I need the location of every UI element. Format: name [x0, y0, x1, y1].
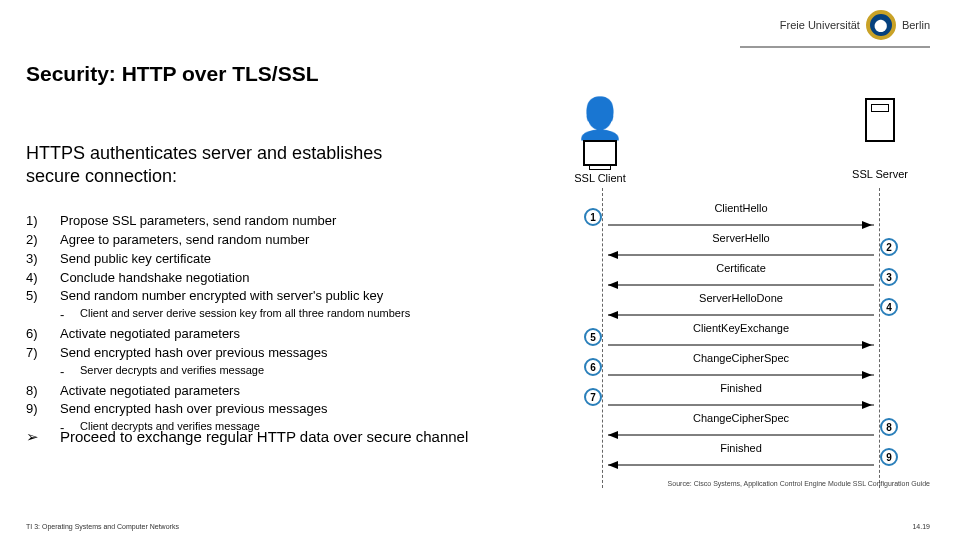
server-lifeline [879, 188, 880, 488]
step-text: Conclude handshake negotiation [60, 269, 249, 288]
step-number: 2) [26, 231, 60, 250]
computer-icon [583, 140, 617, 166]
svg-marker-15 [608, 431, 618, 439]
step-circle: 3 [880, 268, 898, 286]
msg-9: Finished [608, 456, 874, 474]
svg-marker-5 [608, 281, 618, 289]
msg-label: Certificate [712, 262, 770, 274]
step-circle: 8 [880, 418, 898, 436]
svg-marker-7 [608, 311, 618, 319]
msg-label: ServerHelloDone [695, 292, 787, 304]
step-text: Send encrypted hash over previous messag… [60, 400, 327, 419]
step-text: Propose SSL parameters, send random numb… [60, 212, 336, 231]
step-number: 9) [26, 400, 60, 419]
page-title: Security: HTTP over TLS/SSL [26, 62, 319, 86]
svg-marker-3 [608, 251, 618, 259]
arrow-left-icon [608, 456, 874, 474]
uni-name-city: Berlin [902, 19, 930, 31]
step-circle: 2 [880, 238, 898, 256]
step-circle: 4 [880, 298, 898, 316]
server-icon [865, 98, 895, 142]
step-number: 4) [26, 269, 60, 288]
msg-label: ClientKeyExchange [689, 322, 793, 334]
source-citation: Source: Cisco Systems, Application Contr… [668, 480, 930, 487]
step-number: 7) [26, 344, 60, 363]
svg-marker-11 [862, 371, 872, 379]
step-number: 3) [26, 250, 60, 269]
step-number: 5) [26, 287, 60, 306]
steps-list: 1)Propose SSL parameters, send random nu… [26, 212, 496, 438]
step-number: 8) [26, 382, 60, 401]
handshake-diagram: 👤 SSL Client SSL Server ClientHello 1 Se… [520, 98, 940, 498]
step-text: Send public key certificate [60, 250, 211, 269]
footer-page-number: 14.19 [912, 523, 930, 530]
step-circle: 9 [880, 448, 898, 466]
svg-marker-13 [862, 401, 872, 409]
msg-label: ServerHello [708, 232, 773, 244]
substep-text: Client and server derive session key fro… [80, 306, 410, 325]
substep-text: Server decrypts and verifies message [80, 363, 264, 382]
step-circle: 1 [584, 208, 602, 226]
subheading: HTTPS authenticates server and establish… [26, 142, 426, 189]
sub-dash: - [60, 363, 80, 382]
step-circle: 5 [584, 328, 602, 346]
client-lifeline [602, 188, 603, 488]
step-text: Agree to parameters, send random number [60, 231, 309, 250]
step-number: 6) [26, 325, 60, 344]
step-text: Activate negotiated parameters [60, 382, 240, 401]
logo-underline [740, 46, 930, 48]
msg-label: Finished [716, 382, 766, 394]
client-figure: 👤 SSL Client [560, 98, 640, 184]
step-circle: 6 [584, 358, 602, 376]
step-text: Send random number encrypted with server… [60, 287, 383, 306]
sub-dash: - [60, 306, 80, 325]
msg-label: Finished [716, 442, 766, 454]
client-label: SSL Client [560, 172, 640, 184]
step-text: Activate negotiated parameters [60, 325, 240, 344]
svg-marker-17 [608, 461, 618, 469]
footer-course: TI 3: Operating Systems and Computer Net… [26, 523, 179, 530]
step-text: Send encrypted hash over previous messag… [60, 344, 327, 363]
msg-label: ChangeCipherSpec [689, 412, 793, 424]
university-logo: Freie Universität ⬤ Berlin [780, 10, 930, 40]
final-text: Proceed to exchange regular HTTP data ov… [60, 428, 468, 446]
server-label: SSL Server [840, 168, 920, 180]
msg-label: ChangeCipherSpec [689, 352, 793, 364]
svg-marker-9 [862, 341, 872, 349]
svg-marker-1 [862, 221, 872, 229]
university-seal-icon: ⬤ [866, 10, 896, 40]
uni-name-prefix: Freie Universität [780, 19, 860, 31]
step-circle: 7 [584, 388, 602, 406]
final-point: ➢ Proceed to exchange regular HTTP data … [26, 428, 496, 446]
person-icon: 👤 [560, 98, 640, 138]
step-number: 1) [26, 212, 60, 231]
bullet-arrow-icon: ➢ [26, 428, 60, 446]
msg-label: ClientHello [710, 202, 771, 214]
server-figure: SSL Server [840, 98, 920, 180]
